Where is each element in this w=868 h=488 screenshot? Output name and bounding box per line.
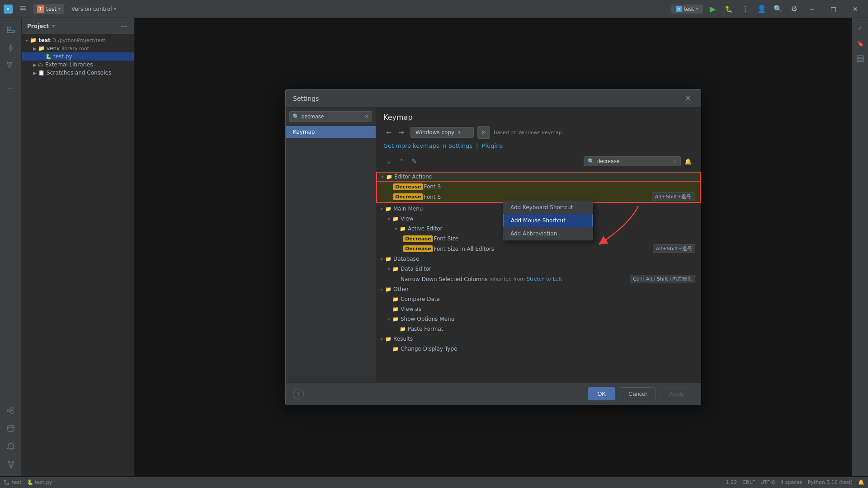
git-icon[interactable]	[3, 456, 19, 473]
svg-point-7	[9, 47, 12, 49]
help-button[interactable]: ?	[293, 389, 304, 399]
section-results[interactable]: ▾ 📁 Results	[376, 334, 701, 344]
notifications-icon[interactable]: 🔔	[858, 479, 864, 485]
svg-rect-22	[857, 61, 863, 62]
svg-rect-20	[857, 56, 863, 57]
project-tree: ▾ 📁 test D:/pythonProject/test ▶ 📁 venv …	[22, 34, 134, 79]
bookmark-icon[interactable]: 🔖	[854, 37, 867, 50]
chevron-down-icon: ▾	[52, 23, 55, 28]
clear-search-icon[interactable]: ✕	[364, 113, 369, 120]
maximize-button[interactable]: □	[824, 0, 843, 18]
stretch-to-left-link[interactable]: Stretch to Left	[527, 276, 562, 282]
profile-button[interactable]: 👤	[755, 3, 768, 15]
svg-rect-12	[9, 66, 10, 67]
titlebar-right: ⊙ test ▾ ▶ 🐛 ⋮ 👤 🔍 ⚙ ─ □ ✕	[671, 0, 864, 18]
chevron-down-icon: ▾	[114, 6, 116, 11]
line-col-indicator[interactable]: 1:22	[726, 479, 737, 485]
more-actions-button[interactable]: ⋮	[739, 3, 752, 15]
highlight-decrease-4: Decrease	[403, 245, 433, 252]
branch-indicator[interactable]: test	[4, 479, 22, 485]
search-everywhere-button[interactable]: 🔍	[772, 3, 784, 15]
project-icon: T	[37, 5, 44, 13]
project-files-icon[interactable]	[3, 22, 19, 38]
commit-icon[interactable]	[3, 40, 19, 56]
indent-indicator[interactable]: 4 spaces	[780, 479, 802, 485]
checkmark-icon[interactable]: ✓	[854, 22, 867, 34]
tree-item-testpy[interactable]: 🐍 test.py	[22, 52, 134, 61]
close-button[interactable]: ✕	[846, 0, 864, 18]
project-switcher[interactable]: T test ▾	[33, 4, 64, 14]
svg-rect-21	[857, 58, 863, 60]
narrow-down-item[interactable]: 📁 Narrow Down Selected Columns inherited…	[376, 274, 701, 284]
apply-button[interactable]: Apply	[660, 387, 693, 400]
section-editor-actions[interactable]: ▾ 📁 Editor Actions	[376, 172, 701, 182]
layer-icon[interactable]	[854, 52, 867, 65]
project-name: test	[46, 6, 57, 12]
nav-item-keymap[interactable]: Keymap	[286, 126, 376, 138]
debug-button[interactable]: 🐛	[723, 3, 736, 15]
folder-icon: 📁	[386, 174, 392, 180]
keymap-scheme-gear[interactable]: ⚙	[477, 126, 490, 139]
keymap-scheme-dropdown[interactable]: Windows copy ▾	[410, 127, 474, 138]
section-database[interactable]: ▾ 📁 Database	[376, 254, 701, 264]
file-name: test.py	[53, 53, 72, 60]
plugins-link[interactable]: Plugins	[482, 142, 503, 149]
encoding-indicator[interactable]: UTF-8	[760, 479, 775, 485]
menu-item-add-mouse-shortcut[interactable]: Add Mouse Shortcut	[503, 214, 593, 227]
get-more-keymaps-link[interactable]: Get more keymaps in Settings	[383, 142, 472, 149]
tree-item-scratches[interactable]: ▶ 📋 Scratches and Consoles	[22, 69, 134, 77]
more-tools-icon[interactable]: ⋯	[3, 80, 19, 96]
collapse-all-button[interactable]: ⌃	[396, 156, 407, 167]
run-button[interactable]: ▶	[707, 3, 719, 15]
paste-format-item[interactable]: 📁 Paste Format	[376, 324, 701, 334]
section-data-editor[interactable]: ▾ 📁 Data Editor	[376, 264, 701, 274]
editor-area: Settings ✕ 🔍 ✕ Keymap	[135, 18, 852, 476]
file-path-indicator[interactable]: 🐍 test.py	[27, 479, 52, 485]
dialog-close-button[interactable]: ✕	[683, 93, 693, 104]
plugins-icon[interactable]	[3, 402, 19, 418]
decrease-font-item-1[interactable]: Decrease Font S	[376, 182, 701, 192]
folder-icon: 📁	[392, 296, 399, 302]
compare-data-item[interactable]: 📁 Compare Data	[376, 294, 701, 304]
shortcut-badge-3: Ctrl+Alt+Shift+向左箭头	[630, 275, 695, 283]
chevron-down-icon: ▾	[696, 6, 698, 11]
line-ending-indicator[interactable]: CRLF	[742, 479, 755, 485]
svg-point-23	[4, 480, 6, 482]
section-other[interactable]: ▾ 📁 Other	[376, 284, 701, 294]
cancel-button[interactable]: Cancel	[619, 387, 656, 400]
keymap-search-input[interactable]	[597, 158, 670, 164]
structure-icon[interactable]	[3, 58, 19, 74]
clear-search-icon[interactable]: ✕	[672, 158, 677, 164]
edit-binding-button[interactable]: ✎	[409, 156, 420, 167]
minimize-button[interactable]: ─	[804, 0, 821, 18]
menu-item-add-abbreviation[interactable]: Add Abbreviation	[503, 227, 593, 240]
keymap-forward-button[interactable]: →	[396, 127, 407, 138]
svg-rect-13	[8, 409, 10, 412]
project-panel-header[interactable]: Project ▾ ⋯	[22, 18, 134, 34]
version-control-btn[interactable]: Version control ▾	[68, 5, 120, 14]
folder-icon: 📁	[30, 37, 37, 43]
hamburger-menu[interactable]	[16, 3, 30, 14]
settings-button[interactable]: ⚙	[788, 3, 801, 15]
tree-item-root[interactable]: ▾ 📁 test D:/pythonProject/test	[22, 36, 134, 44]
expand-all-button[interactable]: ⌄	[383, 156, 394, 167]
database-icon[interactable]	[3, 420, 19, 436]
python-icon: 🐍	[27, 479, 33, 485]
notification-icon[interactable]: 🔔	[683, 156, 693, 167]
notifications-icon[interactable]	[3, 438, 19, 455]
project-label: Project	[27, 23, 49, 29]
section-show-options-menu[interactable]: ▾ 📁 Show Options Menu	[376, 314, 701, 324]
settings-search-input[interactable]	[289, 111, 372, 122]
font-s-text-1: Font S	[424, 183, 441, 190]
tree-item-external-libs[interactable]: ▶ 🗂 External Libraries	[22, 61, 134, 69]
change-display-type-item[interactable]: 📁 Change Display Type	[376, 344, 701, 354]
keymap-back-button[interactable]: ←	[383, 127, 394, 138]
view-as-item[interactable]: 📁 View as	[376, 304, 701, 314]
ok-button[interactable]: OK	[588, 387, 615, 400]
menu-item-add-keyboard-shortcut[interactable]: Add Keyboard Shortcut	[503, 201, 593, 214]
interpreter-indicator[interactable]: Python 3.10 (test)	[808, 479, 853, 485]
panel-options-icon[interactable]: ⋯	[121, 23, 127, 30]
decrease-font-size-2[interactable]: Decrease Font Size in All Editors Alt+Sh…	[376, 244, 701, 254]
expand-icon: ▾	[378, 206, 385, 211]
tree-item-venv[interactable]: ▶ 📁 venv library root	[22, 44, 134, 52]
